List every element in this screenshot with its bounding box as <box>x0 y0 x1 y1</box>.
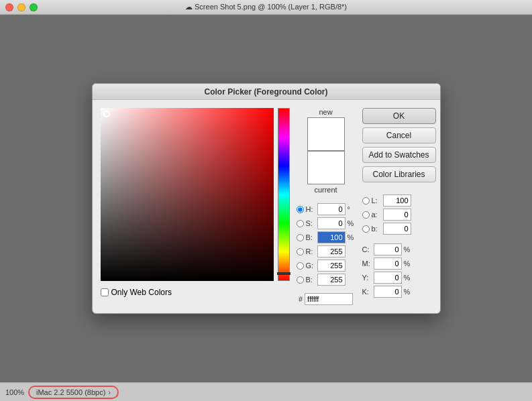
label-M: M: <box>362 260 372 268</box>
field-row-a: a: <box>362 209 436 221</box>
radio-S[interactable] <box>297 220 304 227</box>
field-row-Brgb: B: <box>297 274 356 286</box>
label-S: S: <box>306 219 315 227</box>
label-L: L: <box>372 196 381 205</box>
color-field-overlay <box>101 108 274 281</box>
cancel-button[interactable]: Cancel <box>362 127 436 144</box>
label-Brgb: B: <box>306 276 315 284</box>
hex-row: # <box>299 293 353 305</box>
current-label: current <box>314 186 337 194</box>
dialog-content: Only Web Colors new current H: <box>93 100 440 313</box>
zoom-level: 100% <box>5 388 25 396</box>
label-K: K: <box>362 288 372 296</box>
ok-button[interactable]: OK <box>362 108 436 124</box>
new-color-preview <box>307 117 345 151</box>
radio-L[interactable] <box>362 197 370 205</box>
minimize-button[interactable] <box>17 3 25 11</box>
field-row-K: K: % <box>362 286 436 298</box>
field-row-H: H: ° <box>297 203 356 215</box>
radio-G[interactable] <box>297 262 304 270</box>
close-button[interactable] <box>5 3 13 11</box>
input-G[interactable] <box>317 260 345 272</box>
label-G: G: <box>306 262 315 270</box>
label-Y: Y: <box>362 274 372 282</box>
cmyk-fields: C: % M: % Y: % K: <box>362 243 436 300</box>
label-R: R: <box>306 247 315 255</box>
hex-hash-label: # <box>299 295 303 303</box>
unit-H: ° <box>348 205 356 213</box>
title-bar: ☁ Screen Shot 5.png @ 100% (Layer 1, RGB… <box>0 0 532 15</box>
dialog-title-bar: Color Picker (Foreground Color) <box>93 84 440 100</box>
profile-container[interactable]: iMac 2.2 5500 (8bpc) › <box>28 386 119 399</box>
chevron-right-icon: › <box>108 388 111 396</box>
color-profile: iMac 2.2 5500 (8bpc) <box>36 388 105 396</box>
unit-S: % <box>348 219 356 227</box>
radio-a[interactable] <box>362 211 370 219</box>
only-web-colors-checkbox[interactable] <box>101 288 109 296</box>
status-bar: 100% iMac 2.2 5500 (8bpc) › <box>0 382 532 401</box>
input-B[interactable] <box>317 231 345 243</box>
unit-C: % <box>404 245 412 253</box>
maximize-button[interactable] <box>30 3 38 11</box>
label-B: B: <box>306 233 315 241</box>
field-row-G: G: <box>297 260 356 272</box>
field-row-R: R: <box>297 245 356 257</box>
add-to-swatches-button[interactable]: Add to Swatches <box>362 147 436 163</box>
radio-blab[interactable] <box>362 225 370 233</box>
input-K[interactable] <box>374 286 402 298</box>
buttons-section: OK Cancel Add to Swatches Color Librarie… <box>362 108 436 182</box>
dialog-title: Color Picker (Foreground Color) <box>204 87 327 97</box>
input-a[interactable] <box>383 209 411 221</box>
input-R[interactable] <box>317 245 345 257</box>
main-area: Color Picker (Foreground Color) <box>0 15 532 382</box>
new-label: new <box>319 108 332 116</box>
radio-H[interactable] <box>297 206 304 213</box>
lab-fields: L: a: b: <box>362 194 436 237</box>
input-S[interactable] <box>317 217 345 229</box>
color-picker-dialog: Color Picker (Foreground Color) <box>92 83 441 314</box>
hsb-rgb-fields: H: ° S: % B: <box>297 203 356 288</box>
hex-input[interactable] <box>305 293 353 305</box>
input-H[interactable] <box>317 203 345 215</box>
label-H: H: <box>306 205 315 213</box>
spectrum-cursor <box>277 272 290 275</box>
color-picker-right: OK Cancel Add to Swatches Color Librarie… <box>362 108 436 305</box>
unit-K: % <box>404 288 412 296</box>
spectrum-strip[interactable] <box>278 108 290 281</box>
current-color-preview <box>307 151 345 184</box>
radio-B[interactable] <box>297 234 304 241</box>
color-picker-middle: new current H: ° <box>297 108 356 305</box>
input-Brgb[interactable] <box>317 274 345 286</box>
label-blab: b: <box>372 225 381 233</box>
label-a: a: <box>372 211 381 219</box>
field-row-C: C: % <box>362 243 436 255</box>
radio-R[interactable] <box>297 248 304 255</box>
input-L[interactable] <box>383 194 411 207</box>
color-field[interactable] <box>101 108 274 281</box>
only-web-colors-label: Only Web Colors <box>111 288 172 297</box>
color-picker-left: Only Web Colors <box>101 108 290 305</box>
color-preview-container: new current <box>307 108 345 194</box>
label-C: C: <box>362 245 372 253</box>
field-row-blab: b: <box>362 223 436 235</box>
input-blab[interactable] <box>383 223 411 235</box>
input-M[interactable] <box>374 257 402 270</box>
field-row-M: M: % <box>362 257 436 270</box>
unit-B: % <box>348 233 356 241</box>
only-web-colors-row: Only Web Colors <box>101 288 290 297</box>
field-row-L: L: <box>362 194 436 207</box>
unit-M: % <box>404 260 412 268</box>
color-libraries-button[interactable]: Color Libraries <box>362 166 436 182</box>
input-Y[interactable] <box>374 272 402 284</box>
input-C[interactable] <box>374 243 402 255</box>
window-title: ☁ Screen Shot 5.png @ 100% (Layer 1, RGB… <box>185 3 347 11</box>
field-row-B: B: % <box>297 231 356 243</box>
unit-Y: % <box>404 274 412 282</box>
field-row-Y: Y: % <box>362 272 436 284</box>
field-row-S: S: % <box>297 217 356 229</box>
window-controls[interactable] <box>5 3 38 11</box>
radio-Brgb[interactable] <box>297 276 304 284</box>
